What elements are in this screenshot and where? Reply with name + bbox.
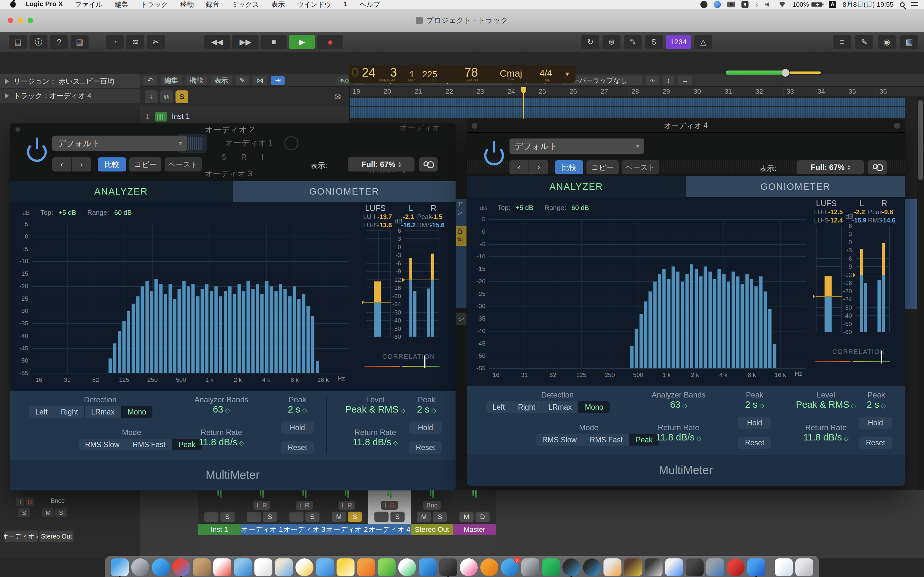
power-button[interactable] (482, 141, 508, 169)
mute-button[interactable] (375, 512, 389, 522)
dock-screenshot-utility-icon[interactable] (645, 558, 662, 576)
ruler-bar-27[interactable]: 27 (598, 87, 629, 97)
strip-name[interactable]: Inst 1 (198, 524, 241, 535)
solo-button[interactable]: S (348, 512, 362, 522)
tab-goniometer[interactable]: GONIOMETER (686, 176, 905, 197)
top-value[interactable]: +5 dB (515, 204, 533, 211)
reset-button[interactable]: Reset (738, 437, 771, 449)
ruler-bar-20[interactable]: 20 (381, 87, 412, 97)
previous-preset-button[interactable]: ‹ (509, 160, 529, 174)
mode-rms-fast[interactable]: RMS Fast (583, 434, 629, 446)
master-volume-slider[interactable] (726, 71, 822, 75)
link-button[interactable] (868, 160, 887, 174)
input-record-buttons[interactable]: IR (296, 501, 313, 510)
top-value[interactable]: +5 dB (58, 209, 76, 216)
meter-hold-button[interactable]: Hold (859, 417, 892, 429)
dock-downloads-document-icon[interactable] (775, 558, 793, 576)
level-value[interactable]: Peak & RMS (791, 400, 861, 410)
mute-button[interactable] (289, 512, 304, 522)
solo-button[interactable]: S (433, 512, 447, 522)
dock-image-transfer-icon[interactable] (665, 558, 683, 576)
menu-item-3[interactable]: トラック (141, 0, 168, 9)
mode-rms-slow[interactable]: RMS Slow (536, 434, 583, 446)
mixer-strip-オーディオ 3[interactable]: IRSオーディオ 3 (283, 490, 326, 558)
dock-messages-icon[interactable] (316, 558, 334, 576)
stop-button[interactable]: ■ (260, 35, 287, 49)
bounce-button[interactable]: Bnce (47, 496, 68, 505)
menu-item-1[interactable]: ファイル (75, 0, 103, 9)
detection-left[interactable]: Left (29, 406, 54, 418)
input-record-buttons[interactable]: IR (338, 501, 355, 510)
return-rate-value[interactable]: 11.8 dB/s (646, 432, 711, 443)
track-inspector-row[interactable]: トラック：オーディオ 4 (0, 89, 140, 103)
dock-bluetooth-exchange-icon[interactable] (747, 558, 765, 576)
dock-finder-icon[interactable] (111, 558, 129, 576)
detection-mono[interactable]: Mono (578, 401, 610, 413)
smart-controls-icon[interactable]: ≋ (126, 35, 144, 49)
replace-button[interactable]: ⊗ (603, 35, 620, 49)
browser-button[interactable]: ▦ (900, 35, 918, 49)
ruler-bar-33[interactable]: 33 (783, 87, 814, 97)
count-in-button[interactable]: 1234 (666, 35, 691, 49)
channel-name[interactable]: Stereo Out (39, 530, 74, 542)
dock-notes-icon[interactable] (336, 558, 355, 576)
bluetooth-icon[interactable]: ᛒ (755, 1, 758, 8)
dock-system-preferences-icon[interactable] (521, 558, 540, 576)
record-button[interactable]: ● (317, 35, 343, 49)
notification-center-icon[interactable] (911, 2, 918, 7)
analyzer-bands-value[interactable]: 63 (189, 404, 254, 415)
mode-rms-slow[interactable]: RMS Slow (79, 439, 126, 450)
power-button[interactable] (25, 137, 51, 165)
dock-trash-icon[interactable] (795, 558, 813, 576)
detection-mono[interactable]: Mono (121, 406, 153, 418)
region-name-fragment[interactable]: シ (456, 313, 467, 326)
range-value[interactable]: 60 dB (572, 204, 589, 211)
menu-item-10[interactable]: ヘルプ (360, 0, 380, 9)
peak-hold-value[interactable]: 2 s (738, 400, 771, 410)
lcd-time-signature[interactable]: 4/4 TIME (532, 65, 560, 83)
preset-field[interactable]: デフォルト ▾ (509, 139, 644, 154)
menu-item-5[interactable]: 録音 (206, 0, 220, 9)
menu-item-8[interactable]: ウインドウ (297, 0, 331, 9)
ruler-bar-23[interactable]: 23 (473, 87, 505, 97)
strip-name[interactable]: オーディオ 1 (241, 524, 283, 535)
menu-item-7[interactable]: 表示 (271, 0, 285, 9)
dock-pages-icon[interactable] (357, 558, 375, 576)
pencil-icon[interactable]: ✎ (236, 76, 249, 85)
meter-return-rate-value[interactable]: 11.8 dB/s (791, 432, 861, 443)
dock-maps-icon[interactable] (275, 558, 293, 576)
ruler-bar-34[interactable]: 34 (814, 87, 846, 97)
dock-ibooks-icon[interactable] (480, 558, 498, 576)
detection-right[interactable]: Right (54, 406, 84, 418)
region-name-fragment[interactable]: 百均 (456, 226, 467, 246)
mixer-strip-Stereo Out[interactable]: BncMSStereo Out (411, 490, 454, 558)
catch-playhead-button[interactable]: ↶ (144, 76, 157, 85)
dock-mail-icon[interactable] (234, 558, 252, 576)
ruler-bar-25[interactable]: 25 (536, 87, 567, 97)
menu-clock[interactable]: 8月8日(日) 19:55 (843, 0, 893, 9)
mixer-strip-オーディオ 1[interactable]: IRSオーディオ 1 (241, 490, 284, 558)
mute-button[interactable] (247, 512, 261, 522)
strip-name[interactable]: オーディオ 2 (326, 524, 368, 535)
level-value[interactable]: Peak & RMS (340, 404, 411, 415)
swirl-app-icon[interactable] (714, 1, 721, 8)
vertical-scrollbar[interactable] (917, 97, 924, 490)
return-rate-value[interactable]: 11.8 dB/s (189, 437, 254, 448)
ruler-bar-26[interactable]: 26 (567, 87, 598, 97)
play-button[interactable]: ▶ (289, 35, 315, 49)
apple-menu-icon[interactable] (10, 1, 16, 8)
menu-item-6[interactable]: ミックス (232, 0, 259, 9)
dock-calendar-icon[interactable] (213, 558, 231, 576)
preset-field[interactable]: デフォルト ▾ (52, 135, 187, 151)
disclosure-triangle-icon[interactable] (5, 93, 9, 98)
mixer-strip-オーディオ 4[interactable]: IRSオーディオ 4 (368, 490, 411, 558)
lcd-tempo[interactable]: 78 TEMPO (452, 65, 490, 83)
lcd-display[interactable]: 0 24 3 1 225 BAR BEAT DIV TICK 78 TEMPO … (349, 65, 575, 83)
next-preset-button[interactable]: › (529, 160, 548, 174)
detection-lrmax[interactable]: LRmax (85, 406, 121, 418)
view-size-selector[interactable]: Full: 67% (797, 160, 864, 174)
horizontal-zoom-icon[interactable]: ↔ (678, 76, 692, 85)
ruler-bar-29[interactable]: 29 (660, 87, 691, 97)
strip-name[interactable]: Master (453, 524, 496, 535)
hold-button[interactable]: Hold (281, 422, 314, 434)
